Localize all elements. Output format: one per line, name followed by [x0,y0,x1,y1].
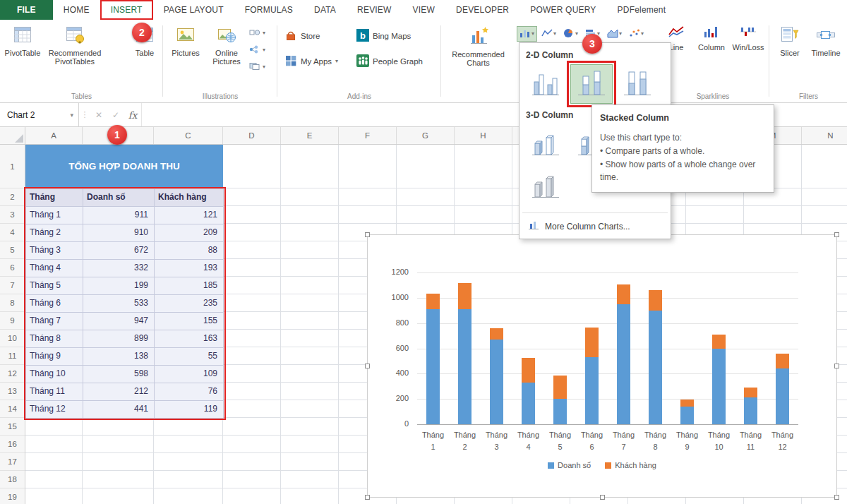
chart-resize-handle[interactable] [834,495,839,500]
row-header-18[interactable]: 18 [0,471,25,488]
insert-line-chart-button[interactable]: ▾ [539,26,559,42]
row-header-11[interactable]: 11 [0,347,25,365]
cell-B3[interactable]: 911 [83,207,155,224]
row-header-13[interactable]: 13 [0,383,25,400]
cell-C13[interactable]: 76 [155,383,224,401]
column-header-E[interactable]: E [281,127,339,144]
row-header-4[interactable]: 4 [0,224,25,241]
row-header-15[interactable]: 15 [0,418,25,436]
embedded-chart[interactable]: 020040060080010001200Tháng1Tháng2Tháng3T… [367,234,837,498]
clustered-column-option[interactable] [524,64,567,104]
tab-developer[interactable]: DEVELOPER [445,0,519,20]
cell-A14[interactable]: Tháng 12 [26,401,83,419]
row-header-14[interactable]: 14 [0,400,25,418]
cell-B4[interactable]: 910 [83,224,155,242]
cell-B8[interactable]: 533 [83,295,155,313]
row-header-16[interactable]: 16 [0,436,25,453]
cell-B9[interactable]: 947 [83,313,155,330]
cell-C9[interactable]: 155 [155,313,224,330]
bar-9[interactable] [680,400,694,424]
legend-item[interactable]: Khách hàng [605,461,656,469]
column-header-C[interactable]: C [154,127,223,144]
tab-data[interactable]: DATA [304,0,347,20]
cell-A7[interactable]: Tháng 5 [26,277,83,295]
insert-function-button[interactable]: fx [124,103,141,126]
bar-3[interactable] [490,328,503,424]
timeline-button[interactable]: Timeline [807,25,845,57]
chart-resize-handle[interactable] [365,232,370,237]
cell-A5[interactable]: Tháng 3 [26,242,83,260]
cell-A11[interactable]: Tháng 9 [26,348,83,366]
row-header-2[interactable]: 2 [0,188,25,206]
select-all-cell[interactable] [0,127,25,145]
chart-resize-handle[interactable] [834,364,839,368]
chart-resize-handle[interactable] [365,495,370,500]
sheet-title-cell[interactable]: TỔNG HỢP DOANH THU [25,145,223,187]
recommended-charts-button[interactable]: Recommended Charts [444,25,512,68]
tab-page-layout[interactable]: PAGE LAYOUT [153,0,234,20]
row-header-7[interactable]: 7 [0,277,25,294]
table-header-0[interactable]: Tháng [26,189,83,207]
bar-11[interactable] [744,388,757,424]
row-header-19[interactable]: 19 [0,488,25,504]
bar-8[interactable] [649,290,662,424]
tab-view[interactable]: VIEW [402,0,445,20]
insert-scatter-chart-button[interactable]: ▾ [626,26,647,42]
slicer-button[interactable]: Slicer [774,25,806,57]
online-pictures-button[interactable]: Online Pictures [207,25,246,66]
cell-B7[interactable]: 199 [83,277,155,295]
cancel-button[interactable]: ✕ [90,103,107,126]
insert-column-chart-button[interactable]: ▾ [517,26,537,42]
column-header-H[interactable]: H [455,127,512,144]
row-header-17[interactable]: 17 [0,453,25,471]
row-header-8[interactable]: 8 [0,294,25,312]
chart-resize-handle[interactable] [600,495,605,500]
chart-resize-handle[interactable] [365,364,370,368]
tab-file[interactable]: FILE [0,0,53,20]
cell-C7[interactable]: 185 [155,277,224,295]
cell-B11[interactable]: 138 [83,348,155,366]
cell-C8[interactable]: 235 [155,295,224,313]
cell-B12[interactable]: 598 [83,366,155,383]
row-header-6[interactable]: 6 [0,259,25,277]
bar-1[interactable] [426,294,440,424]
bar-12[interactable] [776,354,789,424]
bar-4[interactable] [522,358,535,424]
tab-home[interactable]: HOME [53,0,100,20]
pivottable-button[interactable]: PivotTable [4,25,42,57]
recommended-pivottables-button[interactable]: Recommended PivotTables [42,25,107,66]
cell-B13[interactable]: 212 [83,383,155,401]
cell-C3[interactable]: 121 [155,207,224,224]
cell-C4[interactable]: 209 [155,224,224,242]
row-header-3[interactable]: 3 [0,206,25,224]
sparkline-winloss-button[interactable]: Win/Loss [731,25,766,52]
pictures-button[interactable]: Pictures [167,25,204,57]
name-box[interactable]: Chart 2 ▾ [0,103,79,126]
chart-resize-handle[interactable] [834,232,839,237]
tab-formulas[interactable]: FORMULAS [234,0,304,20]
sparkline-column-button[interactable]: Column [694,25,729,52]
store-button[interactable]: Store [284,28,320,44]
screenshot-button[interactable]: ▾ [249,61,265,73]
cell-A13[interactable]: Tháng 11 [26,383,83,401]
cell-C6[interactable]: 193 [155,260,224,277]
row-header-12[interactable]: 12 [0,365,25,383]
cell-B5[interactable]: 672 [83,242,155,260]
row-header-10[interactable]: 10 [0,330,25,347]
tab-insert[interactable]: INSERT [100,0,153,20]
tab-pdfelement[interactable]: PDFelement [607,0,677,20]
cell-C10[interactable]: 163 [155,330,224,348]
cell-A3[interactable]: Tháng 1 [26,207,83,224]
cell-A4[interactable]: Tháng 2 [26,224,83,242]
cell-C14[interactable]: 119 [155,401,224,419]
tab-review[interactable]: REVIEW [347,0,402,20]
row-header-9[interactable]: 9 [0,312,25,330]
people-graph-button[interactable]: People Graph [356,54,423,69]
bing-maps-button[interactable]: b Bing Maps [356,28,411,44]
cell-A9[interactable]: Tháng 7 [26,313,83,330]
column-header-G[interactable]: G [397,127,455,144]
row-header-1[interactable]: 1 [0,145,25,188]
cell-B6[interactable]: 332 [83,260,155,277]
stacked-100-column-option[interactable] [616,64,659,104]
bar-7[interactable] [617,284,630,424]
